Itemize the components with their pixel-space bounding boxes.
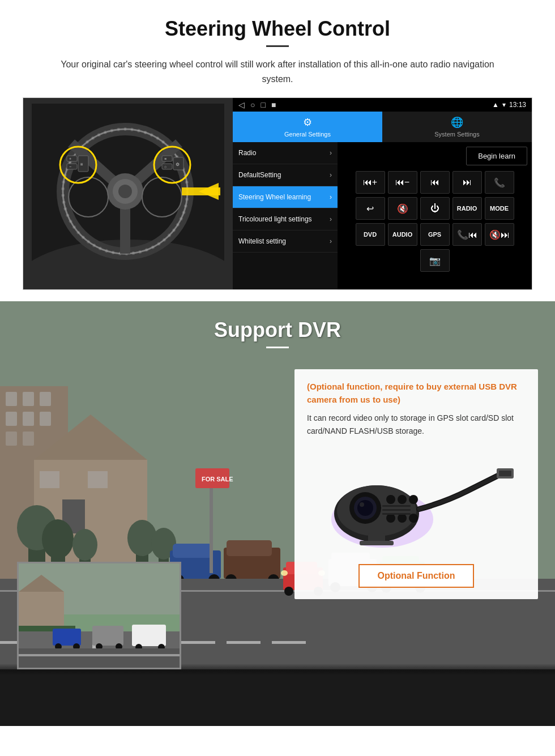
svg-rect-59 [227,540,272,556]
svg-rect-105 [360,541,394,545]
svg-point-97 [360,502,364,507]
steering-description: Your original car's steering wheel contr… [45,57,510,86]
svg-rect-108 [382,505,411,507]
menu-item-whitelist[interactable]: Whitelist setting › [233,230,338,253]
steering-title: Steering Wheel Control [23,17,532,41]
svg-rect-109 [382,509,411,511]
dvd-btn[interactable]: DVD [356,223,385,246]
title-divider [266,45,289,47]
svg-text:≡: ≡ [80,162,83,167]
svg-rect-69 [181,641,215,644]
svg-text:○: ○ [164,165,166,169]
globe-icon: 🌐 [451,116,463,129]
ctrl-row-4: 📷 [342,249,527,272]
menu-icon[interactable]: ■ [271,100,276,109]
phone-prev-btn[interactable]: 📞⏮ [452,223,482,246]
recent-icon[interactable]: □ [261,100,265,109]
svg-point-78 [281,570,288,576]
chevron-icon: › [330,237,332,245]
svg-point-100 [409,495,418,504]
camera-btn[interactable]: 📷 [420,249,450,272]
power-btn[interactable]: ⏻ [420,197,450,220]
svg-point-103 [409,514,418,523]
vol-up-btn[interactable]: ⏮+ [356,171,385,194]
controls-area: Begin learn ⏮+ ⏮− ⏮ ⏭ 📞 ↩ 🔇 ⏻ [338,142,532,289]
radio-btn[interactable]: RADIO [452,197,482,220]
svg-point-101 [386,514,395,523]
svg-rect-36 [40,412,51,426]
status-time: 13:13 [509,101,526,109]
svg-rect-37 [6,432,17,446]
svg-rect-35 [23,412,34,426]
svg-point-98 [386,495,395,504]
tab-system[interactable]: 🌐 System Settings [382,112,532,142]
svg-rect-110 [382,513,411,515]
steering-section: Steering Wheel Control Your original car… [0,0,555,301]
svg-rect-33 [40,392,51,406]
home-icon[interactable]: ○ [250,100,255,109]
audio-btn[interactable]: AUDIO [388,223,417,246]
gps-btn[interactable]: GPS [420,223,450,246]
screenshot-area: + − ≡ ≡ ○ ⚙ ◁ [23,97,532,290]
tab-general[interactable]: ⚙ General Settings [233,112,382,142]
settings-tabs: ⚙ General Settings 🌐 System Settings [233,112,532,142]
menu-item-steering-label: Steering Wheel learning [238,193,311,201]
svg-point-96 [357,500,373,516]
svg-point-49 [72,529,97,561]
dvr-info-box: (Optional function, require to buy exter… [294,369,538,599]
optional-function-button[interactable]: Optional Function [358,564,475,588]
menu-item-radio[interactable]: Radio › [233,142,338,164]
wifi-icon: ▾ [502,101,506,109]
phone-btn[interactable]: 📞 [485,171,514,194]
svg-rect-130 [19,654,181,656]
begin-learn-button[interactable]: Begin learn [466,147,527,165]
menu-item-tricolour[interactable]: Tricoloured light settings › [233,208,338,230]
inset-road-svg [19,563,181,669]
chevron-icon: › [330,171,332,179]
svg-point-47 [42,519,74,559]
mute-next-btn[interactable]: 🔇⏭ [485,223,514,246]
svg-rect-15 [67,164,77,169]
svg-rect-43 [88,471,108,488]
svg-text:⚙: ⚙ [176,162,180,167]
inset-screen-inner [19,563,180,668]
dvr-optional-heading: (Optional function, require to buy exter… [307,381,526,406]
svg-text:≡: ≡ [164,157,166,161]
menu-item-default-label: DefaultSetting [238,171,281,179]
next-btn[interactable]: ⏭ [452,171,482,194]
tab-system-label: System Settings [434,131,479,138]
back-icon[interactable]: ◁ [238,100,245,109]
svg-rect-22 [162,164,172,169]
svg-text:+: + [69,157,71,161]
svg-rect-32 [23,392,34,406]
svg-point-102 [398,514,407,523]
prev-btn[interactable]: ⏮ [420,171,450,194]
svg-rect-71 [272,641,306,644]
panel-body: Radio › DefaultSetting › Steering Wheel … [233,142,532,289]
menu-item-whitelist-label: Whitelist setting [238,237,286,245]
mute-btn[interactable]: 🔇 [388,197,417,220]
svg-point-99 [398,495,407,504]
svg-rect-31 [6,392,17,406]
tab-general-label: General Settings [284,131,331,138]
menu-item-steering[interactable]: Steering Wheel learning › [233,186,338,208]
dvr-description: It can record video only to storage in G… [307,412,526,437]
back-call-btn[interactable]: ↩ [356,197,385,220]
android-panel: ◁ ○ □ ■ ▲ ▾ 13:13 ⚙ General Settings 🌐 S… [233,98,532,289]
dvr-camera-illustration [307,446,526,550]
ctrl-row-2: ↩ 🔇 ⏻ RADIO MODE [342,197,527,220]
begin-learn-row: Begin learn [342,147,527,165]
dvr-divider [266,347,289,348]
status-bar: ◁ ○ □ ■ ▲ ▾ 13:13 [233,98,532,112]
svg-rect-107 [499,471,511,476]
svg-rect-18 [78,156,88,172]
vol-down-btn[interactable]: ⏮− [388,171,417,194]
dvr-header: Support DVR [0,301,555,354]
svg-text:FOR SALE: FOR SALE [202,476,233,482]
dvr-camera-svg [314,446,518,548]
chevron-icon: › [330,149,332,157]
mode-btn[interactable]: MODE [485,197,514,220]
svg-text:−: − [69,165,71,169]
menu-item-default[interactable]: DefaultSetting › [233,164,338,186]
optional-btn-container: Optional Function [307,558,526,588]
